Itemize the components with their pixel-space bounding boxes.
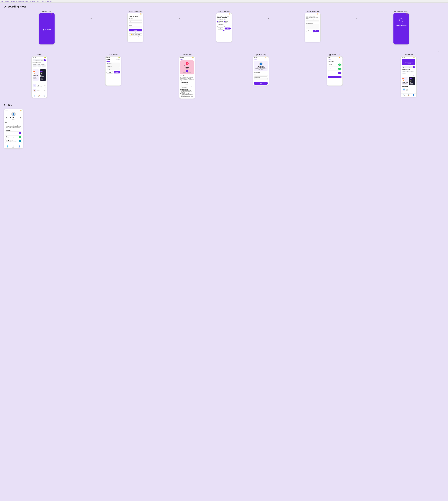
login-link[interactable]: Login <box>139 36 141 37</box>
role-frontend-checkbox[interactable] <box>217 21 218 22</box>
app-step2-back[interactable]: ← Back <box>328 59 341 60</box>
submit-button[interactable]: Submit <box>328 76 341 78</box>
role-ui-checkbox[interactable] <box>217 22 218 23</box>
confirm-search-icon: 🔍 <box>402 66 404 68</box>
filter-row-jobtype[interactable]: Job Type + <box>107 68 120 70</box>
confirm-tag-product[interactable]: Product <box>410 71 414 72</box>
doc-resume-btn[interactable]: ✓ <box>338 64 341 66</box>
step2-screen-wrapper: Step 2 (Optional) 9:41 AM 📶🔋 Select up t… <box>181 10 267 42</box>
role-visual-checkbox[interactable] <box>224 24 225 25</box>
role-ux[interactable]: UX Designer <box>224 22 231 23</box>
role-social[interactable]: Social Media <box>224 26 231 27</box>
app-step1-next[interactable]: Next <box>254 82 268 85</box>
filter-add-jobtype[interactable]: + <box>119 68 119 70</box>
role-product-checkbox[interactable] <box>224 21 225 22</box>
fullname-input[interactable] <box>128 19 142 21</box>
role-ui[interactable]: UI Designer <box>217 22 224 23</box>
nav-profile[interactable]: 👤 Profile <box>43 95 45 97</box>
signup-button[interactable]: Sign Up <box>128 29 142 32</box>
tab-jobapp[interactable]: Job App Flow <box>31 0 39 2</box>
confirm-clear-all[interactable]: Clear all <box>413 69 415 70</box>
email-input[interactable] <box>128 22 142 24</box>
confirm-nav-apps[interactable]: 📋 Apps <box>407 94 409 97</box>
profile-nav-jobs[interactable]: 🌐 Jobs <box>7 145 8 148</box>
profile-doc-resume[interactable]: Resume Upload your resume in pdf format … <box>5 131 22 135</box>
phone-field[interactable] <box>254 78 268 80</box>
confirm-recent-job[interactable]: 🌐 Mid-Level Web Designer Pixelfy <box>402 88 415 92</box>
recent-job-2[interactable]: 📦 Product Designer 2 Day <box>32 88 46 92</box>
clear-all-button[interactable]: Clear All <box>107 71 113 73</box>
confirm-view-all[interactable]: View all <box>413 75 415 76</box>
tab-onboarding[interactable]: Onboarding Flow <box>18 0 28 2</box>
confirm-card-1[interactable]: 4 d 🎨 Design Lead &Loop Design <box>402 77 408 85</box>
job-title-input[interactable] <box>306 20 320 22</box>
bio-textarea[interactable] <box>306 24 320 29</box>
tag-24h[interactable]: Last 24h <box>32 65 37 66</box>
email-field[interactable] <box>254 75 268 77</box>
tag-product[interactable]: Product <box>41 64 45 65</box>
tag-remote[interactable]: Remote <box>32 64 37 65</box>
role-product[interactable]: Product <box>224 21 231 22</box>
nav-jobs[interactable]: 🔍 Jobs <box>34 95 35 97</box>
confirm-nav-jobs[interactable]: 🔍 Jobs <box>403 94 405 97</box>
apply-filters-button[interactable]: Apply Filters <box>114 71 120 73</box>
role-illustrator-checkbox[interactable] <box>217 26 218 27</box>
confirm-tag-remote[interactable]: Remote <box>402 71 406 72</box>
doc-new[interactable]: New Document ↑ <box>328 71 341 75</box>
doc-resume[interactable]: Resume ✓ <box>328 63 341 66</box>
profile-nav-profile[interactable]: 👤 Profile <box>18 145 20 148</box>
role-visual[interactable]: Visual Designer <box>224 24 231 25</box>
tag-framer[interactable]: Framer <box>37 65 41 66</box>
doc-new-btn[interactable]: ↑ <box>338 72 341 74</box>
profile-portfolio-btn[interactable]: ✓ <box>19 136 21 138</box>
confirm-tag-uiux[interactable]: UI/UX <box>406 71 410 72</box>
role-ux-checkbox[interactable] <box>224 22 225 23</box>
confirm-tag-24h[interactable]: Last 24h <box>402 73 406 74</box>
confirm-filter-btn[interactable]: ≡ <box>413 66 415 68</box>
featured-card-2[interactable]: NEW ✦ Web Designer Pixel Studio Hybrid P… <box>40 69 46 81</box>
recent-job-1[interactable]: 🌐 Mid-Level Web Designer Pixelfy In Offi… <box>32 83 46 88</box>
profile-nav-apps[interactable]: 📋 Apps <box>12 145 14 148</box>
view-all-link[interactable]: View All <box>44 68 46 68</box>
step2-next-button[interactable]: Next <box>224 28 231 30</box>
step2-skip-button[interactable]: Skip <box>217 28 224 30</box>
app-step1-back[interactable]: ← Back <box>254 59 268 60</box>
filter-add-jobs[interactable]: + <box>119 63 119 64</box>
confirm-search-bar[interactable]: 🔍 Search by key word ≡ <box>402 66 415 68</box>
search-bar[interactable]: 🔍 Search by key word ≡ <box>32 59 46 62</box>
tag-workflow[interactable]: Workflow <box>41 65 46 66</box>
filter-icon-button[interactable]: ≡ <box>44 59 46 61</box>
profile-resume-btn[interactable]: ↑ <box>19 132 21 134</box>
add-more-button[interactable]: + Add More <box>254 81 268 81</box>
role-social-checkbox[interactable] <box>224 26 225 27</box>
filter-add-salary[interactable]: + <box>119 66 119 67</box>
password-input[interactable] <box>128 26 142 28</box>
doc-portfolio-btn[interactable]: ✓ <box>338 68 341 70</box>
filter-row-jobs-posted[interactable]: Jobs Posted + <box>107 63 120 65</box>
job-back-button[interactable]: ← Back <box>180 59 194 60</box>
doc-portfolio[interactable]: Portfolio ✓ <box>328 67 341 71</box>
step3-next-button[interactable]: Next <box>313 30 320 32</box>
step3-skip-button[interactable]: Skip <box>306 30 312 32</box>
featured-cards: 4 d 🎨 Design Lead &Loop Design Remote Fu… <box>32 69 46 81</box>
confirm-card-2[interactable]: NEW ✦ Web Designer Pixel Stud... <box>409 77 416 85</box>
role-frontend[interactable]: Fronted Dev <box>217 21 224 22</box>
confirm-nav-profile[interactable]: 👤 Profile <box>412 94 414 97</box>
featured-card-1[interactable]: 4 d 🎨 Design Lead &Loop Design Remote Fu… <box>32 69 39 81</box>
nav-apps[interactable]: 📋 Apps <box>38 95 40 97</box>
tab-profile[interactable]: Profile Dashboard <box>41 0 52 2</box>
profile-section-wrapper: Profile 9:41 AM 📶🔋 👤 Mariana José Rodrig… <box>4 104 444 148</box>
bio-edit-icon[interactable]: ✏ <box>20 125 21 126</box>
filter-close-button[interactable]: ✕ Close <box>116 59 120 60</box>
role-illustrator[interactable]: Illustrator <box>217 26 224 27</box>
role-web[interactable]: Web Designer <box>217 24 224 25</box>
profile-new-doc-btn[interactable]: ↑ <box>19 140 21 142</box>
filter-row-salary[interactable]: Salary Range + <box>107 65 120 67</box>
tab-mockup[interactable]: Mock Up and Prototype <box>1 0 15 2</box>
profile-doc-portfolio[interactable]: Portfolio Add a link to your portfolio ✓ <box>5 135 22 139</box>
search-label: Search <box>37 54 42 56</box>
tag-uiux[interactable]: UI/UX <box>37 64 40 65</box>
role-web-checkbox[interactable] <box>217 24 218 25</box>
profile-doc-new[interactable]: New Document Upload new documents for th… <box>5 139 22 143</box>
google-signup-button[interactable]: Sign Up with Google <box>128 33 142 36</box>
